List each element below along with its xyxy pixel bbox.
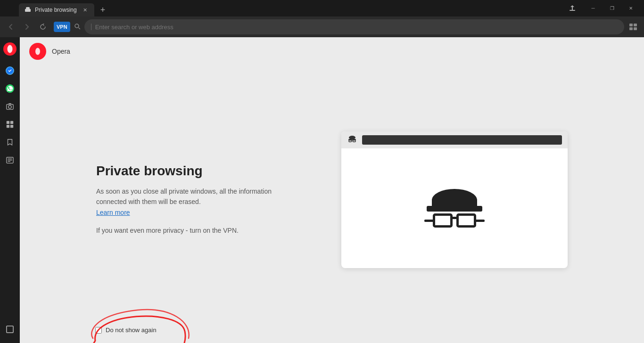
address-input[interactable] <box>95 24 618 31</box>
checkbox-area[interactable]: Do not show again <box>95 327 157 334</box>
svg-point-5 <box>75 24 79 28</box>
svg-point-15 <box>8 106 11 108</box>
tab-close-button[interactable]: ✕ <box>81 6 89 14</box>
svg-rect-19 <box>10 125 13 128</box>
opera-header: Opera <box>20 37 644 65</box>
sidebar <box>0 37 20 343</box>
illus-hat-icon <box>347 135 357 145</box>
private-illustration <box>341 131 568 268</box>
minimize-button[interactable]: ─ <box>584 0 603 16</box>
navigation-bar: VPN <box>0 16 644 37</box>
tab-grid-button[interactable] <box>626 20 640 34</box>
private-browsing-section: Private browsing As soon as you close al… <box>20 65 644 343</box>
sidebar-item-flow[interactable] <box>2 116 18 132</box>
svg-rect-7 <box>634 24 637 26</box>
tab-title: Private browsing <box>35 7 77 13</box>
svg-rect-17 <box>10 121 13 124</box>
sidebar-opera-logo[interactable] <box>2 41 18 57</box>
back-button[interactable] <box>4 20 18 34</box>
private-tab-icon <box>25 7 31 13</box>
svg-rect-18 <box>7 125 9 128</box>
vpn-promo-text: If you want even more privacy - turn on … <box>96 225 304 236</box>
do-not-show-label[interactable]: Do not show again <box>106 327 157 334</box>
svg-rect-4 <box>570 10 575 11</box>
sidebar-item-bookmarks[interactable] <box>2 134 18 150</box>
svg-rect-3 <box>28 9 29 10</box>
active-tab[interactable]: Private browsing ✕ <box>19 3 94 16</box>
address-separator <box>91 24 91 30</box>
refresh-button[interactable] <box>36 20 50 34</box>
private-browsing-title: Private browsing <box>96 163 304 179</box>
vpn-button[interactable]: VPN <box>54 22 70 32</box>
close-button[interactable]: ✕ <box>621 0 640 16</box>
new-tab-button[interactable]: + <box>96 3 109 16</box>
opera-logo <box>29 43 46 60</box>
svg-rect-16 <box>7 121 9 124</box>
search-icon <box>74 23 81 31</box>
sidebar-item-messenger[interactable] <box>2 63 18 79</box>
svg-rect-8 <box>629 27 633 30</box>
illus-address-bar <box>362 135 562 145</box>
share-icon-btn[interactable] <box>563 0 582 16</box>
svg-point-26 <box>35 48 40 55</box>
svg-rect-30 <box>353 140 356 142</box>
main-layout: Opera Private browsing As soon as you cl… <box>0 37 644 343</box>
svg-point-11 <box>8 45 13 53</box>
sidebar-item-whatsapp[interactable] <box>2 81 18 97</box>
svg-point-27 <box>349 136 355 139</box>
sidebar-item-wallpaper[interactable] <box>2 321 18 337</box>
content-area: Opera Private browsing As soon as you cl… <box>20 37 644 343</box>
opera-brand-name: Opera <box>52 48 70 55</box>
private-text-section: Private browsing As soon as you close al… <box>96 163 304 236</box>
illus-body <box>341 148 568 268</box>
svg-rect-24 <box>7 326 13 333</box>
svg-rect-2 <box>27 9 28 10</box>
illus-title-bar <box>341 131 568 148</box>
forward-button[interactable] <box>20 20 34 34</box>
bottom-area: Do not show again <box>95 327 157 334</box>
svg-rect-31 <box>352 141 353 141</box>
restore-button[interactable]: ❐ <box>603 0 621 16</box>
sidebar-item-snapshot[interactable] <box>2 98 18 114</box>
tab-area: Private browsing ✕ + <box>19 0 563 16</box>
do-not-show-checkbox[interactable] <box>95 327 102 334</box>
svg-rect-9 <box>634 27 637 30</box>
address-bar[interactable] <box>84 19 624 34</box>
title-bar: Private browsing ✕ + ─ ❐ ✕ <box>0 0 644 16</box>
learn-more-link[interactable]: Learn more <box>96 209 130 216</box>
window-controls: ─ ❐ ✕ <box>584 0 644 16</box>
svg-rect-25 <box>7 326 13 333</box>
private-browsing-description: As soon as you close all private windows… <box>96 186 304 218</box>
svg-rect-1 <box>26 7 30 9</box>
svg-rect-6 <box>629 24 633 26</box>
sidebar-item-news[interactable] <box>2 152 18 168</box>
svg-rect-29 <box>349 140 352 142</box>
